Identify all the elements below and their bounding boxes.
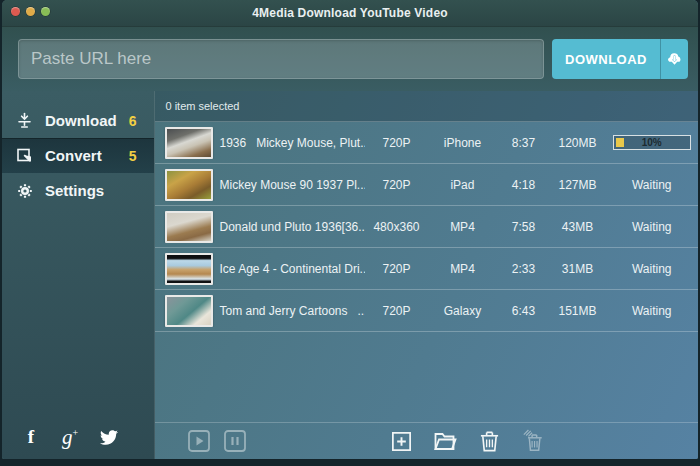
video-duration: 7:58 (497, 220, 549, 234)
video-resolution: 480x360 (365, 220, 427, 234)
cloud-download-icon (666, 51, 683, 67)
video-device: MP4 (427, 220, 497, 234)
video-thumbnail (165, 211, 213, 243)
minimize-button[interactable] (26, 7, 35, 16)
video-resolution: 720P (365, 304, 427, 318)
progress-label: 10% (614, 136, 690, 149)
video-device: Galaxy (427, 304, 497, 318)
video-size: 151MB (549, 304, 605, 318)
video-status-cell: Waiting (605, 304, 698, 318)
video-title: 1936 Mickey Mouse, Plut... (219, 136, 365, 150)
content-area: Download 6 Convert 5 (2, 91, 698, 459)
status-text: Waiting (632, 178, 672, 192)
table-row[interactable]: Donald und Pluto 1936[36... 480x360 MP4 … (155, 206, 698, 248)
sidebar-item-settings[interactable]: Settings (2, 173, 154, 208)
video-device: iPad (427, 178, 497, 192)
thumbnail-cell (155, 295, 219, 327)
thumbnail-cell (155, 169, 219, 201)
twitter-icon[interactable] (94, 424, 124, 450)
sidebar-item-label: Settings (45, 182, 124, 199)
download-button[interactable]: DOWNLOAD (552, 39, 660, 79)
video-thumbnail (165, 127, 213, 159)
window-controls (11, 7, 50, 16)
video-thumbnail (165, 169, 213, 201)
selection-status: 0 item selected (155, 91, 698, 122)
pause-button[interactable] (222, 428, 248, 454)
close-button[interactable] (11, 7, 20, 16)
sidebar: Download 6 Convert 5 (2, 91, 155, 459)
video-duration: 6:43 (497, 304, 549, 318)
video-size: 31MB (549, 262, 605, 276)
video-size: 127MB (549, 178, 605, 192)
titlebar: 4Media Download YouTube Video (2, 0, 698, 27)
download-options-button[interactable] (660, 39, 688, 79)
gear-icon (16, 182, 33, 199)
table-row[interactable]: Mickey Mouse 90 1937 Pl... 720P iPad 4:1… (155, 164, 698, 206)
bottom-toolbar (155, 422, 698, 459)
video-device: iPhone (427, 136, 497, 150)
main-panel: 0 item selected 1936 Mickey Mouse, Plut.… (155, 91, 698, 459)
video-resolution: 720P (365, 136, 427, 150)
video-size: 43MB (549, 220, 605, 234)
play-button[interactable] (186, 428, 212, 454)
thumbnail-cell (155, 127, 219, 159)
sidebar-item-download[interactable]: Download 6 (2, 103, 154, 138)
video-thumbnail (165, 253, 213, 285)
facebook-icon[interactable]: f (16, 424, 46, 450)
video-resolution: 720P (365, 262, 427, 276)
video-title: Donald und Pluto 1936[36... (219, 220, 365, 234)
video-duration: 4:18 (497, 178, 549, 192)
sidebar-item-label: Convert (45, 147, 117, 164)
video-thumbnail (165, 295, 213, 327)
trash-button[interactable] (476, 428, 502, 454)
progress-bar: 10% (613, 135, 691, 150)
open-folder-button[interactable] (432, 428, 458, 454)
video-device: MP4 (427, 262, 497, 276)
google-plus-icon[interactable]: g+ (55, 424, 85, 450)
download-icon (16, 112, 33, 129)
video-title: Ice Age 4 - Continental Dri... (219, 262, 365, 276)
video-status-cell: 10% 10% (605, 135, 698, 150)
status-text: Waiting (632, 220, 672, 234)
url-input[interactable] (18, 39, 544, 79)
table-row[interactable]: 1936 Mickey Mouse, Plut... 720P iPhone 8… (155, 122, 698, 164)
video-duration: 2:33 (497, 262, 549, 276)
video-list: 1936 Mickey Mouse, Plut... 720P iPhone 8… (155, 122, 698, 332)
add-button[interactable] (388, 428, 414, 454)
window-title: 4Media Download YouTube Video (252, 6, 448, 20)
video-duration: 8:37 (497, 136, 549, 150)
table-row[interactable]: Tom and Jerry Cartoons ... 720P Galaxy 6… (155, 290, 698, 332)
clear-list-button[interactable] (520, 428, 546, 454)
status-text: Waiting (632, 304, 672, 318)
video-status-cell: Waiting (605, 220, 698, 234)
sidebar-item-count: 5 (129, 148, 137, 164)
video-title: Mickey Mouse 90 1937 Pl... (219, 178, 365, 192)
table-row[interactable]: Ice Age 4 - Continental Dri... 720P MP4 … (155, 248, 698, 290)
video-status-cell: Waiting (605, 178, 698, 192)
sidebar-item-convert[interactable]: Convert 5 (2, 138, 154, 173)
sidebar-item-count: 6 (129, 113, 137, 129)
thumbnail-cell (155, 211, 219, 243)
app-window: 4Media Download YouTube Video DOWNLOAD (2, 0, 698, 459)
sidebar-item-label: Download (45, 112, 117, 129)
thumbnail-cell (155, 253, 219, 285)
convert-icon (16, 147, 33, 164)
url-bar: DOWNLOAD (2, 27, 698, 91)
video-resolution: 720P (365, 178, 427, 192)
status-text: Waiting (632, 262, 672, 276)
video-size: 120MB (549, 136, 605, 150)
social-links: f g+ (2, 424, 154, 450)
zoom-button[interactable] (41, 7, 50, 16)
video-status-cell: Waiting (605, 262, 698, 276)
video-title: Tom and Jerry Cartoons ... (219, 304, 365, 318)
download-button-group: DOWNLOAD (552, 39, 688, 79)
